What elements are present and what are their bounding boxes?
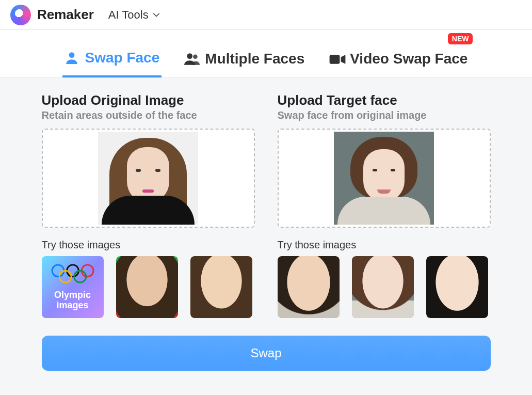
target-sample-thumbs — [278, 256, 491, 318]
target-image-preview — [334, 132, 434, 225]
person-icon — [65, 51, 79, 65]
svg-point-7 — [59, 271, 71, 282]
svg-point-1 — [187, 53, 193, 59]
tab-multiple-faces[interactable]: Multiple Faces — [182, 45, 307, 77]
original-title: Upload Original Image — [42, 92, 255, 108]
svg-point-0 — [69, 52, 74, 58]
sample-target-1[interactable] — [278, 256, 340, 318]
brand-name: Remaker — [37, 7, 94, 23]
sample-original-2[interactable] — [190, 256, 252, 318]
tab-label: Multiple Faces — [205, 51, 304, 67]
olympic-rings-icon — [51, 263, 95, 287]
tab-video-swap-face[interactable]: Video Swap Face NEW — [327, 45, 470, 77]
brand-logo-icon — [10, 5, 31, 25]
swap-button[interactable]: Swap — [42, 336, 491, 371]
ai-tools-dropdown[interactable]: AI Tools — [108, 8, 160, 22]
original-try-label: Try those images — [42, 239, 255, 251]
target-upload-dropzone[interactable] — [278, 129, 491, 228]
sample-olympic-images[interactable]: Olympic images — [42, 256, 104, 318]
chevron-down-icon — [153, 11, 160, 19]
new-badge: NEW — [448, 33, 473, 44]
main-content: Upload Original Image Retain areas outsi… — [42, 92, 491, 371]
original-image-preview — [98, 132, 198, 225]
svg-point-2 — [193, 54, 198, 59]
original-upload-dropzone[interactable] — [42, 129, 255, 228]
svg-point-5 — [67, 265, 78, 277]
top-bar: Remaker AI Tools — [0, 0, 532, 30]
sample-target-2[interactable] — [352, 256, 414, 318]
target-try-label: Try those images — [278, 239, 491, 251]
target-face-section: Upload Target face Swap face from origin… — [278, 92, 491, 318]
tab-swap-face[interactable]: Swap Face — [62, 45, 162, 77]
original-subtitle: Retain areas outside of the face — [42, 109, 255, 121]
sample-original-1[interactable] — [116, 256, 178, 318]
target-title: Upload Target face — [278, 92, 491, 108]
original-sample-thumbs: Olympic images — [42, 256, 255, 318]
ai-tools-label: AI Tools — [108, 8, 149, 22]
svg-point-6 — [82, 265, 93, 277]
olympic-label: Olympic images — [54, 290, 91, 311]
tab-label: Swap Face — [85, 50, 160, 66]
people-icon — [184, 52, 199, 66]
target-subtitle: Swap face from original image — [278, 109, 491, 121]
sample-target-3[interactable] — [426, 256, 488, 318]
original-image-section: Upload Original Image Retain areas outsi… — [42, 92, 255, 318]
svg-rect-3 — [330, 55, 340, 64]
svg-point-8 — [74, 271, 86, 282]
tab-label: Video Swap Face — [350, 51, 467, 67]
svg-point-4 — [52, 265, 64, 277]
video-icon — [329, 52, 344, 66]
mode-tabs: Swap Face Multiple Faces Video Swap Face… — [0, 30, 532, 78]
